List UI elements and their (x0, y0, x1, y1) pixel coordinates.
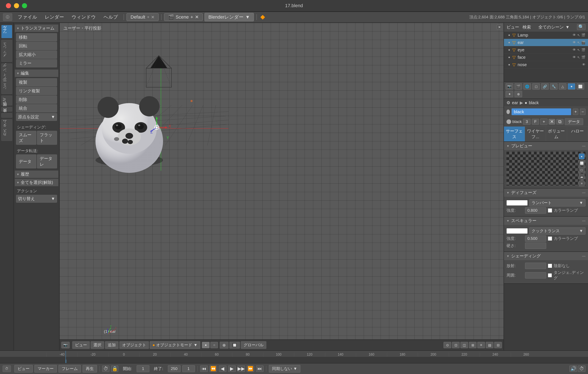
mat-x-btn[interactable]: ✕ (549, 119, 555, 124)
vp-object-btn[interactable]: オブジェクト (119, 341, 149, 349)
vp-add-btn[interactable]: 追加 (105, 341, 118, 349)
vtab-shading[interactable]: シェーディング (1, 63, 12, 94)
prev-sphere-btn[interactable]: ● (579, 153, 585, 159)
eye-eye-icon[interactable]: 👁 (573, 48, 576, 52)
vtab-relations[interactable]: 関係 (1, 107, 12, 112)
next-frame-btn[interactable]: ▶▶ (237, 365, 245, 372)
prop-scene-btn[interactable]: 🎬 (514, 83, 522, 90)
data-btn[interactable]: データ (16, 154, 36, 168)
bottombar-lock-icon[interactable]: 🔒 (111, 365, 118, 372)
mat-data-btn[interactable]: データ (565, 118, 583, 125)
shader-tab-volume[interactable]: ボリューム (546, 127, 567, 141)
face-eye-icon[interactable]: 👁 (573, 55, 576, 59)
eye-render-icon[interactable]: 🎬 (581, 48, 586, 52)
bottombar-clock-icon[interactable]: ⏱ (102, 365, 109, 372)
vtab-uv[interactable]: UV (1, 96, 12, 106)
vp-prop5-btn[interactable]: ≡ (477, 342, 485, 348)
vp-prop1-btn[interactable]: ⊙ (443, 342, 451, 348)
data-re-btn[interactable]: データレ (37, 154, 57, 168)
viewport-icon-btn[interactable]: 📷 (61, 342, 70, 348)
outliner-search-icon-btn[interactable]: 🔍 (577, 24, 586, 30)
fullscreen-button[interactable] (22, 3, 27, 8)
prop-texture-btn[interactable]: ⬜ (577, 83, 584, 90)
specular-intensity-input[interactable] (525, 235, 546, 242)
link-duplicate-btn[interactable]: リンク複製 (16, 87, 57, 95)
emit-input[interactable]: 0.00 (525, 263, 546, 269)
specular-ramp-checkbox[interactable] (548, 236, 552, 241)
play-btn[interactable]: ▶ (228, 365, 236, 372)
lamp-render-icon[interactable]: 🎬 (581, 33, 586, 37)
render-engine-selector[interactable]: Blenderレンダー ▼ (204, 13, 254, 21)
vp-snap-btn[interactable]: 🔲 (229, 342, 240, 349)
shader-tab-surface[interactable]: サーフェス (504, 127, 525, 141)
outliner-view-btn[interactable]: ビュー (506, 24, 519, 30)
prev-plane-btn[interactable]: ⬜ (579, 160, 585, 166)
keying-btn[interactable]: ⏱ (578, 365, 586, 372)
workspace-selector[interactable]: Default + ✕ (126, 13, 159, 21)
merge-btn[interactable]: 統合 (16, 104, 57, 112)
viewport[interactable]: ユーザー・平行投影 ✕ (60, 23, 504, 350)
smooth-btn[interactable]: スムーズ (16, 131, 36, 145)
material-remove-btn[interactable]: − (580, 109, 586, 115)
lamp-cursor-icon[interactable]: ↖ (577, 33, 580, 37)
diffuse-header[interactable]: ▼ ディフューズ — (504, 189, 588, 197)
prop-world-btn[interactable]: 🌐 (523, 83, 531, 90)
info-icon-btn[interactable]: ⓘ (3, 13, 12, 21)
vtab-custom[interactable]: カスタム (1, 119, 12, 141)
bottombar-view-btn[interactable]: ビュー (14, 365, 33, 373)
prop-object-btn[interactable]: ◻ (532, 83, 540, 90)
jump-end-btn[interactable]: ⏭ (256, 365, 263, 372)
ear-render-icon[interactable]: 🎬 (581, 41, 586, 45)
vtab-tools[interactable]: ツール (1, 25, 12, 38)
outliner-item-ear[interactable]: ● ▽ ear 👁 ↖ 🎬 (504, 39, 588, 46)
diffuse-color-swatch[interactable] (506, 200, 528, 206)
menu-render[interactable]: レンダー (41, 13, 68, 21)
vp-view-btn[interactable]: ビュー (72, 341, 90, 349)
select-all-header[interactable]: ▼ 全てを選択(解除) (15, 179, 58, 186)
minimize-button[interactable] (14, 3, 19, 8)
shadow-checkbox[interactable] (548, 264, 552, 268)
scene-selector[interactable]: 🎬 Scene + ✕ (164, 13, 202, 21)
bottombar-current-input[interactable] (182, 365, 195, 372)
transform-header[interactable]: ▼ トランスフォーム (15, 24, 58, 32)
prop-particles-btn[interactable]: ✦ (506, 91, 513, 97)
prop-material-btn[interactable]: ● (568, 83, 575, 90)
bottombar-icon-btn[interactable]: ⏱ (2, 365, 11, 372)
mirror-btn[interactable]: ミラー (16, 59, 57, 67)
outliner-scene-selector[interactable]: 全てのシーン ▼ (538, 24, 570, 30)
diffuse-intensity-input[interactable] (525, 207, 546, 214)
outliner-search-btn[interactable]: 検索 (523, 24, 531, 30)
jump-start-btn[interactable]: ⏮ (200, 365, 208, 372)
vtab-mesh[interactable]: メッシュ (1, 40, 12, 62)
specular-type-dropdown[interactable]: クックトランス ▼ (529, 227, 586, 235)
face-cursor-icon[interactable]: ↖ (577, 55, 580, 59)
vp-mode-selector[interactable]: ● オブジェクトモード ▼ (150, 341, 200, 349)
flat-btn[interactable]: フラット (37, 131, 57, 145)
shader-tab-wire[interactable]: ワイヤーフ... (525, 127, 546, 141)
ear-eye-icon[interactable]: 👁 (573, 41, 576, 45)
history-header[interactable]: ▼ 履歴 (15, 171, 58, 178)
sync-selector[interactable]: 同期しない ▼ (269, 365, 301, 373)
prev-sky-btn[interactable]: ☁ (579, 174, 585, 180)
prev-frame-btn[interactable]: ◀ (219, 365, 226, 372)
close-button[interactable] (6, 3, 11, 8)
mat-flag-btn[interactable]: F (532, 119, 539, 125)
outliner-item-eye[interactable]: ● ▽ eye 👁 ↖ 🎬 (504, 46, 588, 54)
bottombar-play-btn[interactable]: 再生 (83, 365, 97, 373)
nose-eye-icon[interactable]: 👁 (582, 63, 586, 66)
duplicate-btn[interactable]: 複製 (16, 78, 57, 86)
tangent-checkbox[interactable] (548, 273, 552, 278)
shading-header[interactable]: ▼ シェーディング — (504, 252, 588, 260)
diffuse-type-dropdown[interactable]: ランバート ▼ (529, 199, 586, 206)
prev-keyframe-btn[interactable]: ⏪ (210, 365, 217, 372)
diffuse-ramp-checkbox[interactable] (548, 208, 552, 213)
vp-wire-btn[interactable]: ○ (210, 342, 218, 348)
vp-global-btn[interactable]: グローバル (241, 341, 266, 349)
outliner-item-lamp[interactable]: ● ▽ Lamp 👁 ↖ 🎬 (504, 32, 588, 39)
prop-physics-btn[interactable]: ⊕ (514, 91, 522, 97)
scale-btn[interactable]: 拡大縮小 (16, 51, 57, 59)
origin-dropdown[interactable]: 原点を設定 ▼ (16, 113, 57, 121)
preview-header[interactable]: ▼ プレビュー — (504, 142, 588, 150)
menu-file[interactable]: ファイル (14, 13, 41, 21)
vp-prop7-btn[interactable]: ⊟ (494, 342, 502, 348)
